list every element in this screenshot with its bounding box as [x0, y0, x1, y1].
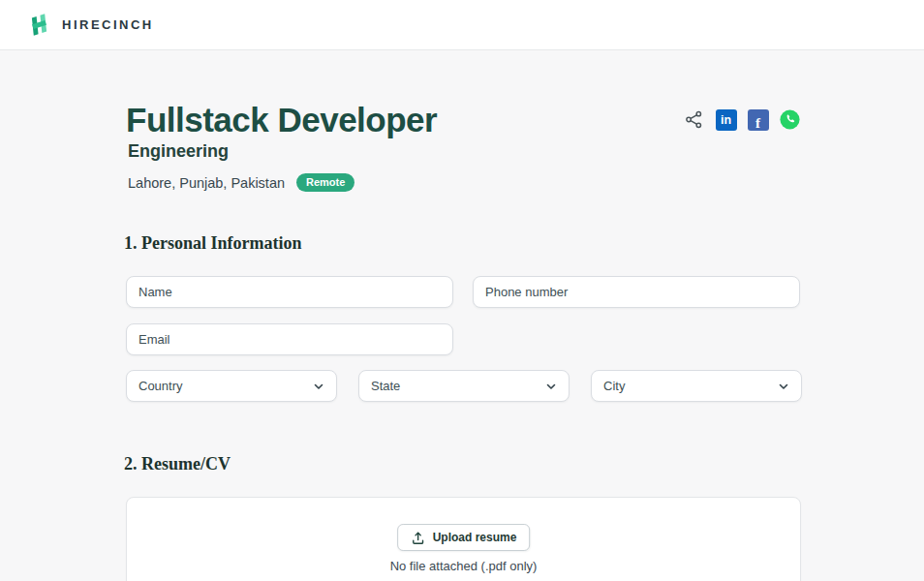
state-select-label: State — [371, 379, 400, 393]
city-select-label: City — [603, 379, 625, 393]
job-title: Fullstack Developer — [126, 101, 437, 139]
attachment-status-text: No file attached (.pdf only) — [127, 559, 800, 573]
resume-upload-card: Upload resume No file attached (.pdf onl… — [126, 497, 801, 581]
linkedin-share-button[interactable]: in — [715, 108, 737, 131]
facebook-share-button[interactable]: f — [747, 108, 769, 131]
job-department: Engineering — [128, 141, 229, 162]
upload-resume-label: Upload resume — [433, 531, 517, 544]
state-select[interactable]: State — [358, 370, 570, 402]
facebook-icon: f — [748, 109, 769, 131]
email-input[interactable] — [126, 323, 453, 355]
upload-resume-button[interactable]: Upload resume — [397, 524, 531, 551]
upload-icon — [411, 531, 425, 545]
name-input[interactable] — [126, 276, 453, 308]
share-icon — [684, 109, 704, 130]
share-icons-row: in f — [683, 108, 801, 131]
country-select-label: Country — [139, 379, 183, 393]
top-navbar: HIRECINCH — [0, 0, 924, 50]
section-heading-personal-information: 1. Personal Information — [124, 233, 302, 254]
share-button[interactable] — [683, 108, 705, 131]
country-select[interactable]: Country — [126, 370, 337, 402]
phone-number-input[interactable] — [473, 276, 800, 308]
brand-logo-link[interactable]: HIRECINCH — [26, 12, 154, 38]
section-heading-resume-cv: 2. Resume/CV — [124, 454, 231, 474]
chevron-down-icon — [778, 381, 789, 392]
whatsapp-icon — [779, 108, 801, 131]
job-location-row: Lahore, Punjab, Pakistan Remote — [128, 173, 354, 192]
hirecinch-logo-icon — [26, 12, 52, 38]
job-location: Lahore, Punjab, Pakistan — [128, 175, 285, 191]
brand-name: HIRECINCH — [62, 17, 154, 32]
linkedin-icon: in — [716, 109, 737, 131]
remote-badge: Remote — [296, 173, 354, 192]
chevron-down-icon — [313, 381, 324, 392]
chevron-down-icon — [545, 381, 557, 392]
job-application-page: HIRECINCH Fullstack Developer in f — [0, 0, 924, 581]
city-select[interactable]: City — [591, 370, 802, 402]
whatsapp-share-button[interactable] — [779, 108, 801, 131]
